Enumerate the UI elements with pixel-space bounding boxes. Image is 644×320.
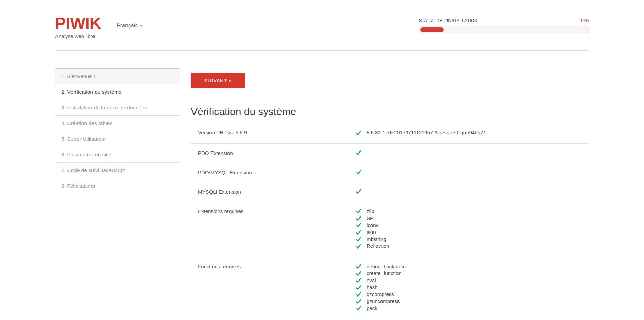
check-icon <box>356 305 361 311</box>
check-row-values <box>356 150 367 156</box>
check-icon <box>356 130 361 136</box>
check-icon <box>356 291 361 297</box>
check-list-item: eval <box>356 277 406 284</box>
language-selector[interactable]: Français▼ <box>117 22 143 29</box>
check-item-text: debug_backtrace <box>367 263 406 270</box>
check-icon <box>356 215 361 221</box>
check-icon <box>356 189 361 194</box>
sidebar-step-2[interactable]: 2. Vérification du système <box>55 84 180 100</box>
check-row: Fonctions requises debug_backtrace creat… <box>191 257 589 319</box>
check-list-item: gzcompress <box>356 291 406 298</box>
check-item-text: pack <box>367 305 377 312</box>
check-list-item: iconv <box>356 222 389 229</box>
check-row-label: PDO Extension <box>198 150 356 156</box>
system-check-list: Version PHP >= 5.5.9 5.6.31-1+0~20170711… <box>191 127 589 319</box>
installation-status-percent: 14% <box>580 18 589 23</box>
sidebar-step-7[interactable]: 7. Code de suivi JavaScript <box>55 163 180 178</box>
check-list-item: zlib <box>356 208 389 215</box>
check-item-text: Reflection <box>367 243 389 250</box>
installation-status-label: STATUT DE L'INSTALLATION <box>419 18 477 23</box>
check-list-item <box>356 169 367 175</box>
check-row-label: Version PHP >= 5.5.9 <box>198 129 356 137</box>
check-item-text: hash <box>367 284 378 291</box>
check-item-text: SPL <box>367 215 376 222</box>
check-icon <box>356 236 361 242</box>
check-row-label: Extensions requises <box>198 208 356 250</box>
header: PIWIK Analyse web libre Français▼ STATUT… <box>55 0 589 39</box>
check-list-item <box>356 150 367 156</box>
check-row-label: MYSQLI Extension <box>198 189 356 195</box>
installation-status-row: STATUT DE L'INSTALLATION 14% <box>419 18 589 23</box>
check-row-values <box>356 189 367 195</box>
sidebar-step-4[interactable]: 4. Création des tables <box>55 116 180 131</box>
sidebar-step-3[interactable]: 3. Installation de la base de données <box>55 100 180 116</box>
sidebar-step-5[interactable]: 5. Super Utilisateur <box>55 131 180 147</box>
sidebar-step-1[interactable]: 1. Bienvenue ! <box>55 69 180 84</box>
check-list-item: SPL <box>356 215 389 222</box>
check-item-text: mbstring <box>367 236 386 243</box>
check-icon <box>356 277 361 283</box>
check-item-text: iconv <box>367 222 378 229</box>
check-icon <box>356 169 361 175</box>
installation-progress-fill <box>420 27 444 32</box>
check-icon <box>356 208 361 214</box>
check-row: Extensions requises zlib SPL iconv json … <box>191 202 589 257</box>
installation-progress-bar <box>419 26 589 33</box>
content: 1. Bienvenue !2. Vérification du système… <box>55 51 589 319</box>
page-title: Vérification du système <box>191 106 589 117</box>
brand: PIWIK Analyse web libre <box>55 15 101 39</box>
check-row: Version PHP >= 5.5.9 5.6.31-1+0~20170711… <box>191 127 589 144</box>
check-list-item: pack <box>356 305 406 312</box>
brand-tagline: Analyse web libre <box>55 33 101 39</box>
installer-page: PIWIK Analyse web libre Français▼ STATUT… <box>55 0 589 319</box>
check-item-text: gzcompress <box>367 291 394 298</box>
check-icon <box>356 285 361 290</box>
check-list-item: gzuncompress <box>356 298 406 305</box>
chevron-down-icon: ▼ <box>139 23 143 27</box>
check-row-label: PDO\MYSQL Extension <box>198 169 356 175</box>
check-row-values: zlib SPL iconv json mbstring Reflection <box>356 208 389 250</box>
check-row-label: Fonctions requises <box>198 263 356 312</box>
check-row-values: 5.6.31-1+0~20170711121957.3+jessie~1.gbp… <box>356 129 486 137</box>
check-item-text: create_function <box>367 270 402 277</box>
check-icon <box>356 263 361 269</box>
language-selected-label: Français <box>117 22 138 28</box>
check-icon <box>356 243 361 249</box>
check-list-item: mbstring <box>356 236 389 243</box>
check-row-values: debug_backtrace create_function eval has… <box>356 263 406 312</box>
check-icon <box>356 150 361 156</box>
installation-status: STATUT DE L'INSTALLATION 14% <box>419 15 589 33</box>
check-list-item: Reflection <box>356 243 389 250</box>
sidebar-step-6[interactable]: 6. Paramétrer un site <box>55 147 180 163</box>
check-row: PDO\MYSQL Extension <box>191 163 589 182</box>
check-list-item: create_function <box>356 270 406 277</box>
check-list-item <box>356 189 367 194</box>
check-row: PDO Extension <box>191 144 589 163</box>
check-item-text: eval <box>367 277 376 284</box>
installer-steps-sidebar: 1. Bienvenue !2. Vérification du système… <box>55 68 180 194</box>
check-icon <box>356 222 361 228</box>
main-panel: SUIVANT » Vérification du système Versio… <box>191 68 589 319</box>
check-row: MYSQLI Extension <box>191 182 589 202</box>
check-list-item: debug_backtrace <box>356 263 406 270</box>
check-icon <box>356 299 361 304</box>
check-item-text: zlib <box>367 208 374 215</box>
check-icon <box>356 229 361 235</box>
sidebar-step-8[interactable]: 8. Félicitations <box>55 178 180 194</box>
check-item-text: gzuncompress <box>367 298 400 305</box>
check-row-values <box>356 169 367 175</box>
check-icon <box>356 271 361 276</box>
next-button[interactable]: SUIVANT » <box>191 73 245 88</box>
check-item-text: 5.6.31-1+0~20170711121957.3+jessie~1.gbp… <box>367 129 486 137</box>
check-list-item: 5.6.31-1+0~20170711121957.3+jessie~1.gbp… <box>356 129 486 137</box>
piwik-logo: PIWIK <box>55 15 101 31</box>
check-list-item: json <box>356 229 389 236</box>
check-item-text: json <box>367 229 376 236</box>
check-list-item: hash <box>356 284 406 291</box>
